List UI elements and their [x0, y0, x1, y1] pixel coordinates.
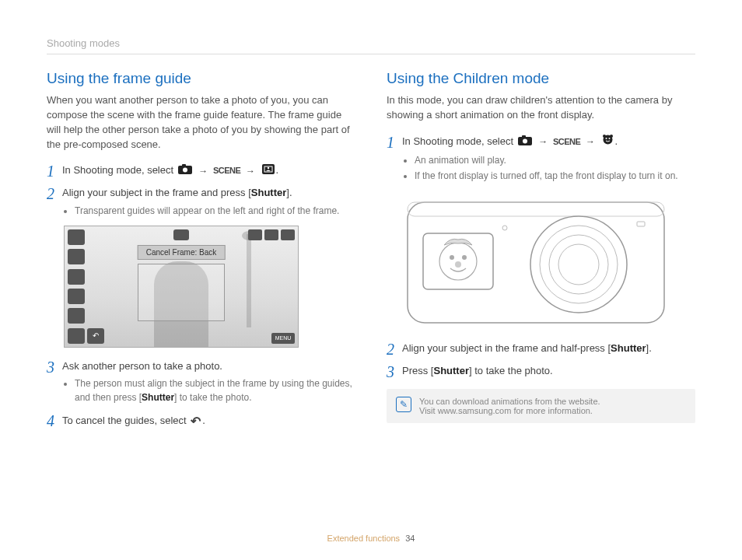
step-text: Align your subject in the frame and half…	[402, 342, 611, 354]
step-text: Press [	[402, 365, 433, 376]
section-header: Shooting modes	[47, 37, 695, 54]
right-column: Using the Children mode In this mode, yo…	[387, 70, 695, 437]
svg-point-13	[610, 135, 613, 138]
arrow-icon: →	[246, 164, 255, 178]
svg-rect-1	[182, 164, 186, 166]
frame-guide-box	[138, 264, 225, 321]
camera-illustration	[404, 191, 668, 330]
lcd-icon	[68, 308, 85, 324]
note-icon: ✎	[396, 397, 411, 412]
svg-point-23	[462, 255, 467, 260]
info-note: ✎ You can download animations from the w…	[387, 389, 695, 423]
children-mode-icon	[602, 134, 614, 150]
step-number: 3	[47, 359, 62, 407]
back-arrow-icon: ↶	[191, 412, 201, 431]
step-bullet: If the front display is turned off, tap …	[415, 169, 695, 183]
step-text-end: ].	[646, 342, 652, 354]
frame-guide-icon	[262, 163, 275, 179]
svg-point-10	[605, 138, 607, 139]
shutter-label: Shutter	[611, 342, 646, 354]
lcd-icon	[68, 229, 85, 245]
left-title: Using the frame guide	[47, 70, 355, 87]
camera-icon	[178, 163, 192, 179]
step-bullet: Transparent guides will appear on the le…	[75, 204, 355, 218]
lcd-icon	[68, 328, 85, 344]
step-number: 2	[387, 341, 402, 357]
lcd-menu-label: MENU	[271, 333, 295, 344]
back-icon: ↶	[87, 328, 104, 344]
svg-point-22	[450, 255, 454, 260]
right-step-3: 3 Press [Shutter] to take the photo.	[387, 363, 695, 380]
left-step-2: 2 Align your subject in the frame and pr…	[47, 185, 355, 219]
scene-label: SCENE	[553, 137, 580, 146]
scene-label: SCENE	[213, 166, 240, 176]
svg-point-11	[608, 138, 610, 139]
svg-point-12	[603, 135, 606, 138]
arrow-icon: →	[586, 135, 595, 149]
right-title: Using the Children mode	[387, 70, 695, 87]
lamp-graphic	[247, 234, 251, 327]
left-column: Using the frame guide When you want anot…	[47, 70, 355, 437]
page-footer: Extended functions 34	[0, 534, 742, 543]
left-step-3: 3 Ask another person to take a photo. Th…	[47, 359, 355, 407]
lcd-icon	[68, 269, 85, 285]
step-number: 3	[387, 363, 402, 380]
cancel-frame-label: Cancel Frame: Back	[138, 245, 226, 260]
arrow-icon: →	[538, 135, 548, 149]
step-text-end: ].	[286, 187, 292, 198]
lcd-icon	[68, 249, 85, 264]
step-number: 4	[47, 412, 62, 431]
step-text: In Shooting mode, select	[402, 135, 516, 147]
page-number: 34	[405, 534, 415, 543]
arrow-icon: →	[198, 164, 208, 178]
step-bullet: The person must align the subject in the…	[75, 376, 355, 404]
step-number: 1	[387, 134, 402, 184]
lcd-top-icon	[173, 229, 189, 240]
right-intro: In this mode, you can draw children's at…	[387, 93, 695, 123]
right-step-1: 1 In Shooting mode, select → SCENE → . A…	[387, 134, 695, 184]
step-text: Ask another person to take a photo.	[62, 360, 222, 372]
left-step-1: 1 In Shooting mode, select → SCENE → .	[47, 163, 355, 179]
svg-point-2	[183, 168, 187, 173]
note-line: You can download animations from the web…	[419, 397, 600, 406]
step-number: 1	[47, 163, 62, 179]
two-column-layout: Using the frame guide When you want anot…	[47, 70, 695, 437]
lcd-left-icons: ↶	[68, 229, 104, 344]
step-text: In Shooting mode, select	[62, 164, 177, 176]
left-intro: When you want another person to take a p…	[47, 93, 355, 152]
shutter-label: Shutter	[433, 365, 469, 376]
lcd-top-right-icons	[248, 229, 295, 240]
svg-point-5	[267, 167, 268, 169]
svg-rect-3	[262, 164, 275, 174]
step-text: To cancel the guides, select	[62, 415, 189, 427]
right-step-2: 2 Align your subject in the frame and ha…	[387, 341, 695, 357]
lcd-icon	[68, 289, 85, 304]
lcd-preview: Cancel Frame: Back ↶ ME	[64, 226, 299, 348]
step-text-end: ] to take the photo.	[469, 365, 553, 376]
left-step-4: 4 To cancel the guides, select ↶.	[47, 412, 355, 431]
step-bullet: An animation will play.	[415, 153, 695, 167]
svg-rect-7	[522, 135, 526, 138]
shutter-label: Shutter	[251, 187, 287, 198]
manual-page: Shooting modes Using the frame guide Whe…	[0, 0, 742, 560]
svg-point-8	[523, 138, 527, 143]
footer-label: Extended functions	[327, 534, 401, 543]
svg-point-24	[455, 261, 461, 268]
step-text: Align your subject in the frame and pres…	[62, 187, 251, 198]
note-line: Visit www.samsung.com for more informati…	[419, 406, 600, 415]
svg-point-19	[558, 244, 599, 285]
camera-icon	[518, 135, 532, 150]
step-number: 2	[47, 185, 62, 219]
